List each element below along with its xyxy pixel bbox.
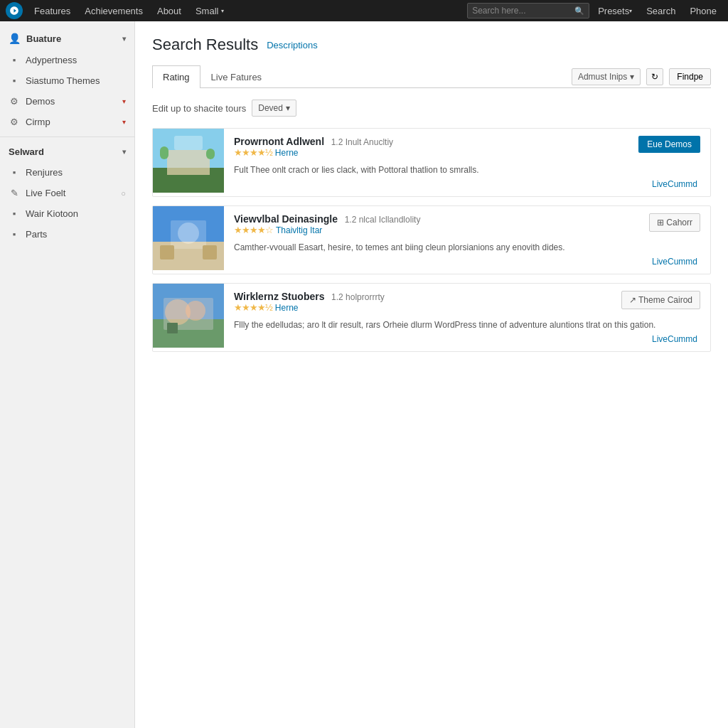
theme-card-2: Viewvlbal Deinasingle 1.2 nlcal Icllandl… — [152, 205, 711, 274]
nav-about[interactable]: About — [151, 0, 187, 21]
live-preview-link-1[interactable]: LiveCummd — [234, 179, 700, 189]
theme-actions-3: ↗ Theme Cairod — [621, 291, 700, 309]
svg-rect-11 — [203, 245, 217, 259]
cohort-button-2[interactable]: ⊞ Cahorr — [649, 213, 700, 232]
selward-arrow: ▾ — [122, 148, 126, 156]
theme-stars-1: ★★★★½ — [234, 147, 272, 158]
search-icon: 🔍 — [574, 6, 584, 16]
svg-point-16 — [186, 301, 205, 321]
sidebar-item-wair-kiotoon[interactable]: ▪ Wair Kiotoon — [0, 203, 134, 224]
cirmp-arrow: ▾ — [122, 118, 126, 126]
sidebar-item-demos[interactable]: ⚙ Demos ▾ — [0, 91, 134, 112]
theme-ctrl-button-3[interactable]: ↗ Theme Cairod — [621, 291, 700, 309]
theme-thumbnail-1 — [153, 129, 224, 193]
sidebar-section-selward[interactable]: Selward ▾ — [0, 141, 134, 162]
sort-dropdown[interactable]: Admust Inips ▾ — [572, 68, 641, 85]
item-icon-parts: ▪ — [9, 229, 20, 240]
sidebar-item-parts[interactable]: ▪ Parts — [0, 224, 134, 245]
sidebar-section-buature[interactable]: 👤 Buature ▾ — [0, 27, 134, 50]
demos-arrow: ▾ — [122, 97, 126, 105]
nav-presets[interactable]: Presets ▾ — [592, 0, 638, 21]
descriptions-link[interactable]: Descriptions — [267, 40, 318, 50]
nav-presets-arrow: ▾ — [629, 8, 632, 14]
top-navigation: Features Achievements About Small ▾ 🔍 Pr… — [0, 0, 728, 21]
wp-logo[interactable] — [6, 2, 23, 19]
user-icon: 👤 — [9, 33, 21, 44]
tab-live-fatures[interactable]: Live Fatures — [200, 65, 273, 88]
tabs-actions: Admust Inips ▾ ↻ Findpe — [572, 68, 711, 85]
theme-desc-2: Camther-vvouall Easart, hesire, to temes… — [234, 241, 700, 254]
nav-phone[interactable]: Phone — [684, 0, 722, 21]
sidebar-item-siastumo[interactable]: ▪ Siastumo Themes — [0, 70, 134, 91]
tabs-row: Rating Live Fatures Admust Inips ▾ ↻ Fin… — [152, 65, 711, 88]
theme-desc-3: Fllly the edelludas; aro lt dir result, … — [234, 318, 700, 331]
live-preview-link-3[interactable]: LiveCummd — [234, 334, 700, 344]
theme-name-1: Prowrnont Adlwenl — [234, 136, 324, 147]
refresh-button[interactable]: ↻ — [646, 68, 663, 85]
notif-icon: ○ — [121, 189, 126, 198]
theme-version-1: 1.2 Inult Anucltiy — [331, 137, 393, 147]
nav-search-input[interactable] — [472, 6, 572, 16]
svg-rect-5 — [174, 136, 203, 150]
page-header: Search Results Descriptions — [152, 36, 711, 54]
nav-small[interactable]: Small ▾ — [190, 0, 230, 21]
tab-rating[interactable]: Rating — [152, 65, 200, 88]
svg-rect-2 — [167, 150, 210, 175]
nav-search-box: 🔍 — [467, 3, 589, 18]
theme-version-3: 1.2 holprorrrty — [331, 292, 385, 302]
theme-meta-2: Viewvlbal Deinasingle 1.2 nlcal Icllandl… — [234, 213, 420, 238]
svg-point-9 — [178, 223, 199, 244]
install-button-1[interactable]: Eue Demos — [638, 136, 700, 153]
theme-stars-row-1: ★★★★½ Herne — [234, 147, 393, 158]
svg-rect-10 — [160, 245, 174, 259]
theme-thumbnail-2 — [153, 206, 224, 270]
theme-actions-2: ⊞ Cahorr — [649, 213, 700, 232]
theme-author-1[interactable]: Herne — [275, 148, 299, 158]
theme-title-row-1: Prowrnont Adlwenl 1.2 Inult Anucltiy ★★★… — [234, 136, 700, 161]
item-icon-adypertness: ▪ — [9, 55, 20, 65]
main-content: Search Results Descriptions Rating Live … — [135, 21, 728, 728]
nav-small-arrow: ▾ — [221, 8, 224, 14]
item-icon-siastumo: ▪ — [9, 75, 20, 86]
sidebar-item-cirmp[interactable]: ⚙ Cirmp ▾ — [0, 112, 134, 132]
theme-title-row-2: Viewvlbal Deinasingle 1.2 nlcal Icllandl… — [234, 213, 700, 238]
theme-desc-1: Fult Thee onlt crach or lies clack, with… — [234, 164, 700, 176]
sidebar-item-live-foelt[interactable]: ✎ Live Foelt ○ — [0, 183, 134, 203]
sidebar-divider — [0, 136, 134, 137]
svg-rect-4 — [206, 149, 215, 159]
sidebar-item-renjures[interactable]: ▪ Renjures — [0, 162, 134, 183]
nav-achievements[interactable]: Achievements — [79, 0, 149, 21]
item-icon-cirmp: ⚙ — [9, 117, 20, 127]
theme-info-1: Prowrnont Adlwenl 1.2 Inult Anucltiy ★★★… — [224, 129, 710, 196]
nav-search-link[interactable]: Search — [641, 0, 681, 21]
update-button[interactable]: Findpe — [669, 68, 711, 85]
nav-right-items: Presets ▾ Search Phone — [592, 0, 722, 21]
theme-stars-row-2: ★★★★☆ Thaivltig Itar — [234, 225, 420, 235]
theme-author-3[interactable]: Herne — [275, 303, 299, 313]
theme-title-row-3: Wirklernz Stuobers 1.2 holprorrrty ★★★★½… — [234, 291, 700, 316]
theme-stars-3: ★★★★½ — [234, 302, 272, 313]
theme-info-2: Viewvlbal Deinasingle 1.2 nlcal Icllandl… — [224, 206, 710, 274]
section1-arrow: ▾ — [122, 35, 126, 43]
theme-name-3: Wirklernz Stuobers — [234, 291, 324, 302]
nav-features[interactable]: Features — [28, 0, 76, 21]
svg-rect-3 — [160, 146, 168, 159]
sidebar-item-adypertness[interactable]: ▪ Adypertness — [0, 50, 134, 70]
theme-version-2: 1.2 nlcal Icllandlolity — [345, 215, 421, 225]
theme-stars-row-3: ★★★★½ Herne — [234, 302, 385, 313]
theme-thumbnail-3 — [153, 284, 224, 348]
main-layout: 👤 Buature ▾ ▪ Adypertness ▪ Siastumo The… — [0, 21, 728, 728]
theme-name-2: Viewvlbal Deinasingle — [234, 213, 338, 225]
filter-row: Edit up to shacite tours Deved ▾ — [152, 100, 711, 117]
theme-card-1: Prowrnont Adlwenl 1.2 Inult Anucltiy ★★★… — [152, 128, 711, 197]
live-preview-link-2[interactable]: LiveCummd — [234, 257, 700, 267]
thumbnail-scene-1 — [153, 129, 224, 193]
theme-author-2[interactable]: Thaivltig Itar — [276, 225, 322, 235]
theme-info-3: Wirklernz Stuobers 1.2 holprorrrty ★★★★½… — [224, 284, 710, 351]
item-icon-demos: ⚙ — [9, 96, 20, 107]
thumbnail-scene-3 — [153, 284, 224, 348]
item-icon-live-foelt: ✎ — [9, 188, 20, 198]
theme-meta-3: Wirklernz Stuobers 1.2 holprorrrty ★★★★½… — [234, 291, 385, 316]
filter-dropdown[interactable]: Deved ▾ — [252, 100, 296, 117]
page-title: Search Results — [152, 36, 258, 54]
